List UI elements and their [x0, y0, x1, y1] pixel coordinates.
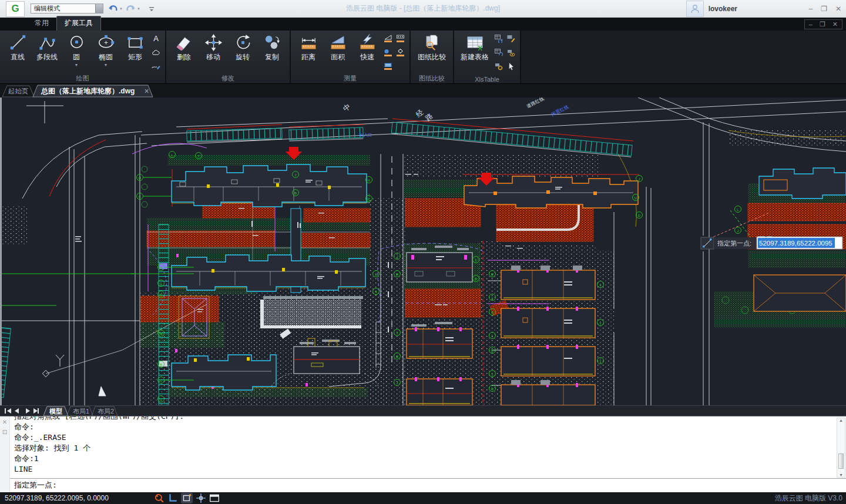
svg-text:G: G [160, 282, 163, 285]
tool-distance[interactable]: 距离 [294, 33, 323, 62]
ortho-status-icon[interactable] [167, 493, 178, 503]
doc-minimize-button[interactable]: – [809, 21, 813, 28]
table-refresh-icon[interactable] [494, 48, 503, 57]
tool-move[interactable]: 移动 [199, 33, 228, 62]
table-select-icon[interactable] [506, 62, 515, 70]
block-c1-3 [407, 377, 472, 405]
block-c2-1 [501, 266, 595, 300]
command-prompt[interactable]: 指定第一点: [14, 480, 57, 490]
tool-erase[interactable]: 删除 [169, 33, 199, 62]
tool-line[interactable]: 直线 [3, 33, 32, 62]
svg-text:J: J [397, 331, 398, 335]
command-pin-icon[interactable]: ⊡ [0, 429, 9, 435]
user-name: lovokeer [709, 5, 737, 13]
table-view-icon[interactable] [506, 48, 515, 57]
table-update-icon[interactable] [494, 34, 503, 43]
tool-circle[interactable]: 圆 ▼ [62, 33, 91, 67]
measure-extra-column-1 [382, 33, 394, 72]
svg-text:U: U [634, 196, 637, 200]
ruler-gear-icon[interactable] [396, 48, 405, 57]
tab-start-page-label[interactable]: 起始页 [8, 88, 29, 95]
svg-text:J: J [397, 255, 398, 258]
status-coordinates: 52097.3189, 65222.0095, 0.0000 [5, 494, 109, 502]
command-panel[interactable]: ✕ ⊡ 指定对角点或 [栏选(F)/圈围(WP)/圈交(CP)]:命令:命令:_… [0, 416, 846, 492]
svg-text:B: B [491, 273, 494, 276]
tab-common[interactable]: 常用 [27, 16, 56, 31]
xlstable-column-2 [505, 33, 517, 72]
ruler-dots-icon[interactable] [396, 34, 405, 43]
tab-drawing-label[interactable]: 总图（落上新地库轮廓）.dwg [41, 87, 135, 95]
svg-text:出入口: 出入口 [360, 133, 372, 137]
status-icons [154, 492, 220, 504]
canvas-left-border [0, 98, 2, 405]
list-measure-icon[interactable] [384, 62, 392, 70]
svg-text:模型[interactable]: 模型 [49, 408, 62, 415]
zoom-status-icon[interactable] [154, 493, 164, 503]
svg-text:J: J [397, 381, 398, 385]
command-close-icon[interactable]: ✕ [0, 419, 9, 425]
drawing-canvas[interactable]: HCLT JBHC JUD 14 BGRM BGC JBJBJ B1B1B1B … [0, 98, 846, 405]
doc-close-button[interactable]: ✕ [832, 21, 838, 28]
table-settings-icon[interactable] [494, 62, 503, 70]
tool-rotate[interactable]: 旋转 [228, 33, 257, 62]
command-scrollbar[interactable]: ▲ ▼ [837, 418, 845, 478]
tool-new-table[interactable]: X 新建表格 [457, 33, 492, 62]
revision-cloud-icon[interactable] [152, 62, 160, 70]
cloud-icon[interactable] [152, 48, 160, 57]
command-tooltip: 指定第一点: 52097.3189,65222.0095 [701, 237, 842, 249]
customize-icon[interactable] [148, 5, 155, 12]
tab-extended-tools[interactable]: 扩展工具 [56, 16, 101, 31]
svg-text:C: C [160, 398, 163, 401]
tool-copy[interactable]: 复制 [257, 33, 287, 62]
app-logo-icon[interactable]: G [6, 1, 25, 17]
table-edit-icon[interactable] [506, 34, 515, 43]
restore-button[interactable]: ❐ [821, 5, 827, 13]
undo-icon[interactable] [108, 4, 118, 13]
mode-select[interactable]: 编辑模式 [31, 4, 103, 14]
svg-text:R: R [160, 293, 163, 297]
tool-drawing-compare[interactable]: 图纸比较 [414, 33, 450, 62]
polar-status-icon[interactable] [181, 493, 193, 503]
svg-text:布局1[interactable]: 布局1 [73, 408, 89, 415]
doc-restore-button[interactable]: ❐ [820, 21, 825, 28]
title-bar: G 编辑模式 ▼ ▼ 浩辰云图 电脑版 - [总图（落上新地库轮廓）.dwg] … [0, 0, 846, 18]
svg-text:B: B [396, 273, 398, 276]
app-version: 浩辰云图 电脑版 V3.0 [775, 493, 842, 503]
svg-text:B: B [294, 191, 297, 195]
svg-text:C: C [368, 197, 371, 201]
redo-icon[interactable] [126, 4, 136, 13]
mode-dropdown-icon[interactable] [95, 4, 103, 13]
grid-status-icon[interactable] [209, 493, 220, 503]
scroll-up-icon[interactable]: ▲ [839, 418, 843, 422]
layout-tab-bar: 模型 布局1 布局2 [0, 405, 846, 416]
tool-area[interactable]: 面积 [323, 33, 352, 62]
svg-text:B: B [396, 355, 398, 358]
avatar-icon[interactable] [686, 1, 704, 17]
tool-polyline[interactable]: 多段线 [32, 33, 62, 62]
svg-text:B: B [491, 387, 494, 391]
user-box[interactable]: lovokeer [686, 0, 737, 18]
sphere-measure-icon[interactable] [384, 48, 392, 57]
command-gutter: ✕ ⊡ [0, 416, 10, 492]
svg-text:T: T [197, 154, 200, 158]
tab-close-icon[interactable]: ✕ [144, 88, 149, 95]
minimize-button[interactable]: – [808, 5, 813, 13]
angle-measure-icon[interactable] [384, 34, 392, 43]
cad-canvas[interactable]: HCLT JBHC JUD 14 BGRM BGC JBJBJ B1B1B1B … [0, 98, 846, 405]
svg-text:H: H [139, 176, 141, 180]
redo-caret[interactable]: ▼ [137, 7, 140, 11]
scroll-down-icon[interactable]: ▼ [839, 473, 843, 477]
osnap-status-icon[interactable] [196, 493, 206, 503]
undo-caret[interactable]: ▼ [119, 7, 123, 11]
svg-text:B: B [491, 349, 494, 352]
svg-text:布局2[interactable]: 布局2 [98, 408, 114, 415]
svg-text:G: G [160, 379, 163, 382]
layout-nav-arrows[interactable] [5, 408, 39, 414]
tool-quick-measure[interactable]: 快速 [352, 33, 382, 62]
close-button[interactable]: ✕ [835, 5, 841, 13]
tool-ellipse[interactable]: 椭圆 ▼ [91, 33, 120, 67]
tool-rectangle[interactable]: 矩形 [120, 33, 150, 62]
text-icon[interactable]: A [152, 34, 160, 43]
mode-value: 编辑模式 [34, 5, 60, 12]
scroll-thumb[interactable] [838, 453, 844, 469]
